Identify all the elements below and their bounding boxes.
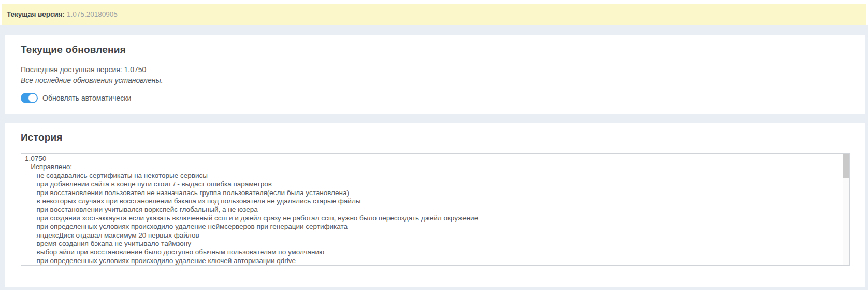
latest-version-text: Последняя доступная версия: 1.0750 bbox=[21, 65, 850, 74]
history-card: История 1.0750 Исправлено: не создавалис… bbox=[5, 123, 865, 287]
toggle-knob-icon bbox=[28, 94, 37, 102]
scrollbar-thumb[interactable] bbox=[843, 154, 849, 178]
current-version-value: 1.075.20180905 bbox=[67, 10, 118, 18]
auto-update-row: Обновлять автоматически bbox=[21, 93, 850, 103]
current-version-label: Текущая версия: bbox=[7, 10, 65, 18]
current-updates-card: Текущие обновления Последняя доступная в… bbox=[5, 35, 865, 114]
current-updates-title: Текущие обновления bbox=[21, 44, 850, 56]
auto-update-toggle[interactable] bbox=[21, 93, 38, 103]
auto-update-toggle-label: Обновлять автоматически bbox=[42, 94, 131, 102]
header-strip: Текущая версия:1.075.20180905 bbox=[0, 0, 868, 25]
current-version-banner: Текущая версия:1.075.20180905 bbox=[2, 4, 866, 25]
history-title: История bbox=[21, 132, 850, 143]
history-textarea[interactable]: 1.0750 Исправлено: не создавались сертиф… bbox=[21, 153, 850, 266]
scrollbar-track[interactable] bbox=[843, 154, 849, 265]
history-changelog-text: 1.0750 Исправлено: не создавались сертиф… bbox=[25, 155, 839, 265]
updates-status-text: Все последние обновления установлены. bbox=[21, 76, 850, 85]
